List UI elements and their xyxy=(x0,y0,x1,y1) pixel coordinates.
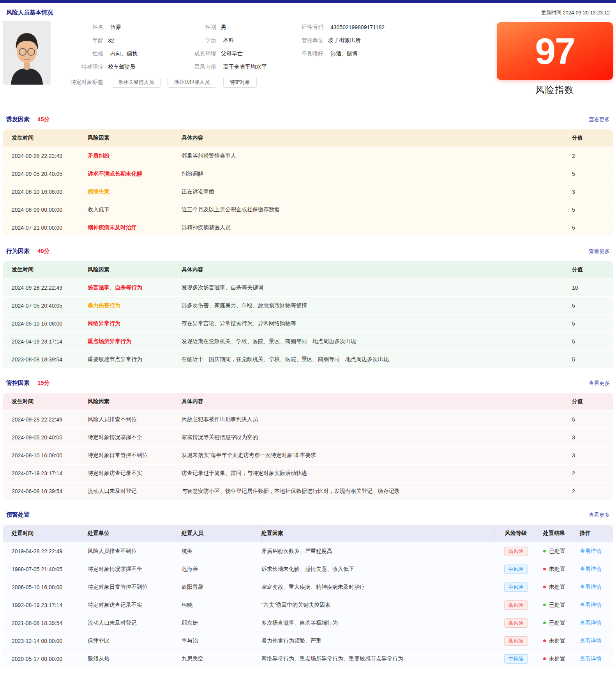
column-header: 具体内容 xyxy=(182,261,569,278)
view-detail-link[interactable]: 查看详情 xyxy=(580,566,602,573)
row-content: 在临近十一国庆期间，在党政机关、学校、医院、景区、商圈等同一地点周边多次出现 xyxy=(182,351,569,368)
row-action: 查看详情 xyxy=(577,596,613,614)
row-action: 查看详情 xyxy=(577,542,613,560)
profile-photo xyxy=(3,21,51,85)
row-factor: 矛盾纠纷次数多、严重程度高 xyxy=(261,542,494,560)
tags-row: 特定对象标签 涉相关警情人员涉违法犯罪人员特定对象 xyxy=(51,77,493,88)
row-time: 2019-04-28 22:22:49 xyxy=(3,542,88,560)
table-row: 2024-04-19 23:17:14重点场所异常行为发现近期在党政机关、学校、… xyxy=(3,332,613,350)
row-score: 5 xyxy=(569,351,613,368)
risk-index-label: 风险指数 xyxy=(497,84,613,96)
field-label: 民风习俗 xyxy=(187,64,216,71)
row-factor: 流动人口未及时登记 xyxy=(88,483,182,500)
row-factor: 风险人员排查不到位 xyxy=(88,411,182,428)
row-time: 2024-07-19 23:17:14 xyxy=(3,465,88,482)
field-value: 高于全省平均水平 xyxy=(216,64,294,71)
row-risk-level: 高风险 xyxy=(494,596,538,614)
risk-level-badge: 高风险 xyxy=(504,618,528,628)
row-score: 2 xyxy=(569,483,613,500)
row-factor: 矛盾纠纷 xyxy=(88,147,182,165)
row-factor: 特定对象访查记录不实 xyxy=(88,465,182,482)
row-score: 5 xyxy=(569,165,613,182)
field-value: 坡子街派出所 xyxy=(323,37,493,44)
row-time: 2023-12-14 00:00:00 xyxy=(3,632,88,650)
field-label: 学历 xyxy=(187,37,216,44)
status-text: 未处置 xyxy=(549,584,565,591)
row-content: 因故意犯罪被作出刑事判决人员 xyxy=(182,411,569,428)
row-content: 邻里等纠纷警情当事人 xyxy=(182,147,569,165)
row-unit: 流动人口未及时登记 xyxy=(88,614,182,632)
field-label: 不良嗜好 xyxy=(294,50,323,57)
row-time: 2024-09-28 22:22:49 xyxy=(3,411,88,428)
field-label: 年龄 xyxy=(51,37,103,44)
section-header: 行为因素40分查看更多 xyxy=(6,248,610,255)
factor-section-3: 管控因素15分查看更多发生时间风险因素具体内容分值2024-09-28 22:2… xyxy=(3,379,613,500)
top-accent-bar xyxy=(0,0,616,3)
update-time-label: 更新时间 xyxy=(541,10,561,16)
status-dot-icon xyxy=(543,657,546,660)
view-detail-link[interactable]: 查看详情 xyxy=(580,548,602,555)
row-time: 2024-04-19 23:17:14 xyxy=(3,333,88,350)
page-title: 风险人员基本情况 xyxy=(6,9,53,16)
view-detail-link[interactable]: 查看详情 xyxy=(580,584,602,591)
status-text: 已处置 xyxy=(549,548,565,555)
column-header: 风险因素 xyxy=(88,261,182,278)
table-row: 2024-07-19 23:17:14特定对象访查记录不实访查记录过于简单、雷同… xyxy=(3,464,613,482)
table-row: 2024-09-28 22:22:49风险人员排查不到位因故意犯罪被作出刑事判决… xyxy=(3,410,613,428)
row-factor: 特定对象日常管控不到位 xyxy=(88,447,182,464)
row-result: 已处置 xyxy=(538,614,577,632)
row-factor: “六失”诱因中的关键失控因素 xyxy=(261,596,494,614)
see-more-link[interactable]: 查看更多 xyxy=(589,380,610,387)
see-more-link[interactable]: 查看更多 xyxy=(589,248,610,255)
row-action: 查看详情 xyxy=(577,650,613,667)
row-risk-level: 高风险 xyxy=(494,632,538,650)
row-time: 2024-08-09 00:00:00 xyxy=(3,201,88,218)
row-factor: 暴力伤害行为 xyxy=(88,297,182,314)
field-label: 证件号码 xyxy=(294,24,323,31)
page-header: 风险人员基本情况 更新时间 2024-09-20 13:23:12 xyxy=(6,9,610,16)
risk-level-badge: 中风险 xyxy=(504,654,528,664)
row-person: 杭美 xyxy=(182,542,261,560)
field-value: 伍豪 xyxy=(103,24,187,31)
column-header: 处置因素 xyxy=(261,525,494,542)
section-header-disposal: 预警处置 查看更多 xyxy=(6,511,610,519)
field-value: 本科 xyxy=(216,37,294,44)
field-label: 特种职业 xyxy=(51,64,103,71)
view-detail-link[interactable]: 查看详情 xyxy=(580,655,602,662)
table-row: 2019-04-28 22:22:49风险人员排查不到位杭美矛盾纠纷次数多、严重… xyxy=(3,542,613,560)
row-content: 纠纷调解 xyxy=(182,165,569,182)
row-score: 3 xyxy=(569,429,613,446)
row-risk-level: 高风险 xyxy=(494,614,538,632)
row-factor: 家庭变故、重大疾病、精神疾病未及时治疗 xyxy=(261,578,494,596)
risk-index-panel: 97 风险指数 xyxy=(497,21,613,96)
view-detail-link[interactable]: 查看详情 xyxy=(580,602,602,609)
field-value: 涉酒、赌博 xyxy=(323,50,493,57)
status-text: 已处置 xyxy=(549,620,565,627)
table-row: 2024-07-21 00:00:00精神疾病未及时治疗涉精神疾病就医人员5 xyxy=(3,218,613,236)
row-result: 未处置 xyxy=(538,578,577,596)
row-time: 1988-07-05 21:40:05 xyxy=(3,560,88,578)
view-detail-link[interactable]: 查看详情 xyxy=(580,637,602,644)
table-row: 2024-09-28 22:22:49矛盾纠纷邻里等纠纷警情当事人2 xyxy=(3,147,613,165)
see-more-link[interactable]: 查看更多 xyxy=(589,512,610,519)
field-label: 管控单位 xyxy=(294,37,323,44)
field-value: 32 xyxy=(103,37,187,44)
row-time: 2006-05-10 16:08:00 xyxy=(3,578,88,596)
row-score: 2 xyxy=(569,465,613,482)
row-time: 2023-08-08 18:39:54 xyxy=(3,351,88,368)
table-header-row: 发生时间风险因素具体内容分值 xyxy=(3,129,613,147)
table-header-row: 发生时间风险因素具体内容分值 xyxy=(3,393,613,410)
page-root: 风险人员基本情况 更新时间 2024-09-20 13:23:12 姓名伍豪性别… xyxy=(0,9,616,691)
table-row: 2024-08-10 16:08:00感情失意正在诉讼离婚3 xyxy=(3,182,613,200)
factor-table: 发生时间风险因素具体内容分值2024-09-28 22:22:49扬言滋事、自杀… xyxy=(3,261,613,368)
row-factor: 诉求长期未化解、感情失意、收入低下 xyxy=(261,560,494,578)
see-more-link[interactable]: 查看更多 xyxy=(589,116,610,123)
status-dot-icon xyxy=(543,550,546,552)
view-detail-link[interactable]: 查看详情 xyxy=(580,620,602,627)
status-dot-icon xyxy=(543,604,546,606)
row-score: 10 xyxy=(569,279,613,296)
row-content: 发现近期在党政机关、学校、医院、景区、商圈等同一地点周边多次出现 xyxy=(182,333,569,350)
status-text: 未处置 xyxy=(549,566,565,573)
row-content: 访查记录过于简单、雷同，与特定对象实际活动轨迹 xyxy=(182,465,569,482)
table-row: 2006-05-10 16:08:00特定对象日常管控不到位欧阳青馨家庭变故、重… xyxy=(3,578,613,596)
